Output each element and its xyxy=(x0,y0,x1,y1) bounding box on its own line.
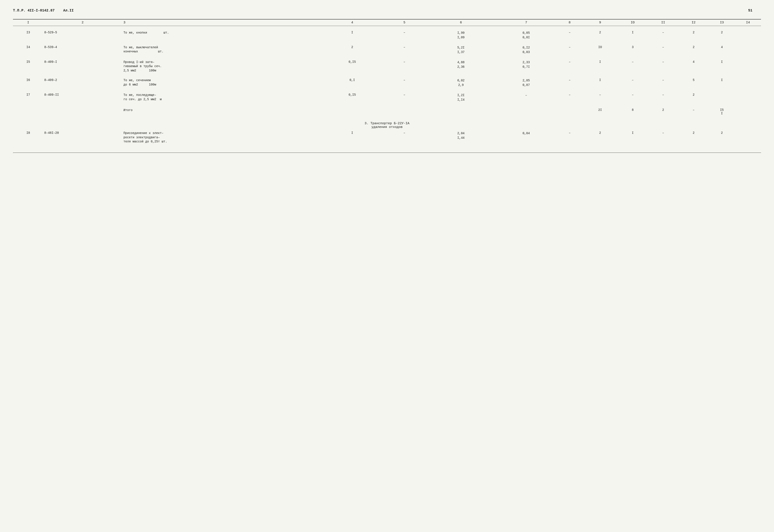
itogo-col12: – xyxy=(678,107,709,116)
col-header-7: 7 xyxy=(496,19,557,26)
row-unit-qty: 2 xyxy=(322,45,383,55)
spacer-row xyxy=(13,103,761,107)
row-col8: – xyxy=(557,59,583,74)
row-col9: І xyxy=(583,77,617,88)
row-unit-qty: І xyxy=(322,130,383,145)
row-unit-qty: 0,І5 xyxy=(322,59,383,74)
row-col14 xyxy=(735,92,761,103)
row-col6: 4,882,36 xyxy=(426,59,496,74)
itogo-col13: І5І xyxy=(709,107,735,116)
row-description: То же, выключателейконечных шт. xyxy=(122,45,322,55)
itogo-row: Итого 2І 8 2 – І5І xyxy=(13,107,761,116)
table-row: І6 8–409–2 То же, сечениемдо 6 мм2 100м … xyxy=(13,77,761,88)
row-code: 8–529–5 xyxy=(44,30,122,41)
row-col6: 2,04І,44 xyxy=(426,130,496,145)
row-col11: – xyxy=(648,30,679,41)
row-col7: 0,050,0І xyxy=(496,30,557,41)
row-col8: – xyxy=(557,130,583,145)
page-number: 51 xyxy=(748,9,752,13)
row-col14 xyxy=(735,30,761,41)
col-header-3: 3 xyxy=(122,19,322,26)
row-col10: 3 xyxy=(617,45,648,55)
section-header-row: 3. Транспортер Б-22У-ІАудаления отходов xyxy=(13,120,761,130)
spacer-row xyxy=(13,145,761,149)
spacer-row xyxy=(13,55,761,59)
header-left: Т.П.Р. 4ІІ-І-0142.87 Ал.ІІ xyxy=(13,9,74,13)
row-description: То же, последующе–го сеч. до 2,5 мм2 м xyxy=(122,92,322,103)
spacer-row xyxy=(13,116,761,120)
section-title: 3. Транспортер Б-22У-ІАудаления отходов xyxy=(13,120,761,130)
row-col10: І xyxy=(617,130,648,145)
itogo-col6 xyxy=(426,107,496,116)
row-col7: 2,850,87 xyxy=(496,77,557,88)
row-col6: 6,022,9 xyxy=(426,77,496,88)
row-col8: – xyxy=(557,77,583,88)
itogo-col8 xyxy=(557,107,583,116)
page-header: Т.П.Р. 4ІІ-І-0142.87 Ал.ІІ 51 xyxy=(13,9,761,13)
row-id: І5 xyxy=(13,59,44,74)
row-col13 xyxy=(709,92,735,103)
row-col14 xyxy=(735,45,761,55)
main-table-container: І 2 3 4 5 6 7 8 9 ІО ІІ І2 І3 І4 І3 8–52… xyxy=(13,19,761,153)
col-header-14: І4 xyxy=(735,19,761,26)
row-col10: – xyxy=(617,77,648,88)
row-col12: 2 xyxy=(678,130,709,145)
itogo-col11: 2 xyxy=(648,107,679,116)
row-col11: – xyxy=(648,92,679,103)
row-id: І6 xyxy=(13,77,44,88)
col-header-5: 5 xyxy=(383,19,426,26)
doc-number: Т.П.Р. 4ІІ-І-0142.87 xyxy=(13,9,55,13)
row-description: Провод І-ий затя–гиваемый в трубы сеч.2,… xyxy=(122,59,322,74)
row-col9: І xyxy=(583,59,617,74)
row-col14 xyxy=(735,59,761,74)
row-code: 8–539–4 xyxy=(44,45,122,55)
row-col11: – xyxy=(648,59,679,74)
spacer-row xyxy=(13,26,761,30)
row-col12: 2 xyxy=(678,92,709,103)
row-col11: – xyxy=(648,130,679,145)
spacer-row xyxy=(13,41,761,45)
row-col7: – xyxy=(496,92,557,103)
sheet-label: Ал.ІІ xyxy=(63,9,74,13)
row-col5: – xyxy=(383,30,426,41)
row-col5: – xyxy=(383,92,426,103)
row-description: То же, сечениемдо 6 мм2 100м xyxy=(122,77,322,88)
col-header-11: ІІ xyxy=(648,19,679,26)
col-header-6: 6 xyxy=(426,19,496,26)
row-description: То же, кнопки шт. xyxy=(122,30,322,41)
col-header-4: 4 xyxy=(322,19,383,26)
row-col13: І xyxy=(709,59,735,74)
itogo-col7 xyxy=(496,107,557,116)
row-code: 8–409–І xyxy=(44,59,122,74)
row-code: 8–409–2 xyxy=(44,77,122,88)
main-table: І 2 3 4 5 6 7 8 9 ІО ІІ І2 І3 І4 І3 8–52… xyxy=(13,19,761,153)
row-id: І8 xyxy=(13,130,44,145)
itogo-col4 xyxy=(322,107,383,116)
row-col5: – xyxy=(383,45,426,55)
itogo-col1 xyxy=(13,107,44,116)
col-header-10: ІО xyxy=(617,19,648,26)
spacer-row xyxy=(13,74,761,77)
table-row: І7 8–409–ІІ То же, последующе–го сеч. до… xyxy=(13,92,761,103)
row-col6: І,99І,09 xyxy=(426,30,496,41)
row-id: І7 xyxy=(13,92,44,103)
row-col11: – xyxy=(648,77,679,88)
row-col13: 4 xyxy=(709,45,735,55)
itogo-col10: 8 xyxy=(617,107,648,116)
col-header-2: 2 xyxy=(44,19,122,26)
row-col9: – xyxy=(583,92,617,103)
itogo-label: Итого xyxy=(122,107,322,116)
row-code: 8–48І–20 xyxy=(44,130,122,145)
row-id: І4 xyxy=(13,45,44,55)
row-col5: – xyxy=(383,59,426,74)
row-col6: І,2ІІ,І4 xyxy=(426,92,496,103)
row-col10: І xyxy=(617,30,648,41)
row-col11: – xyxy=(648,45,679,55)
row-unit-qty: І xyxy=(322,30,383,41)
row-col9: ІО xyxy=(583,45,617,55)
col-header-13: І3 xyxy=(709,19,735,26)
col-header-9: 9 xyxy=(583,19,617,26)
itogo-col2 xyxy=(44,107,122,116)
itogo-col5 xyxy=(383,107,426,116)
row-col14 xyxy=(735,77,761,88)
